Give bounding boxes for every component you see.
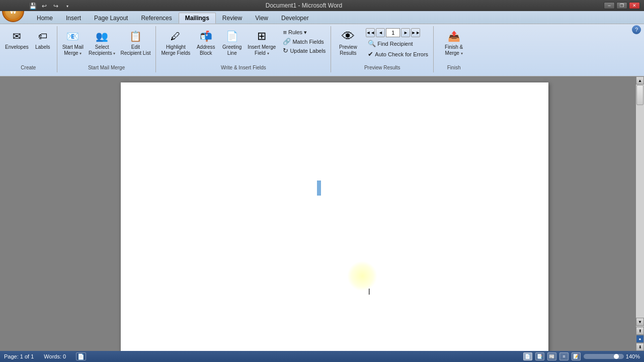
- match-fields-label: Match Fields: [292, 39, 324, 45]
- address-block-button[interactable]: 📬 AddressBlock: [193, 27, 218, 57]
- scroll-thumb[interactable]: [636, 85, 643, 105]
- zoom-controls: 140%: [584, 353, 640, 359]
- quick-access-dropdown[interactable]: ▾: [62, 1, 72, 11]
- language-indicator[interactable]: 📄: [76, 352, 86, 360]
- ribbon-content: ✉ Envelopes 🏷 Labels Create 📧 Start Mail…: [0, 24, 644, 74]
- select-recipients-icon: 👥: [94, 28, 110, 44]
- select-recipients-button[interactable]: 👥 SelectRecipients ▾: [87, 27, 117, 57]
- preview-icon: 👁: [340, 28, 356, 44]
- tab-references[interactable]: References: [134, 13, 178, 24]
- find-recipient-icon: 🔍: [368, 40, 376, 47]
- nav-last-button[interactable]: ►►: [411, 28, 420, 37]
- tab-home[interactable]: Home: [30, 13, 59, 24]
- highlight-icon: 🖊: [168, 28, 184, 44]
- labels-label: Labels: [35, 44, 50, 50]
- web-layout-view-button[interactable]: 📰: [547, 352, 556, 360]
- zoom-slider[interactable]: [584, 354, 624, 359]
- main-area: I ▲ ▼ ⬆ ● ⬇: [0, 76, 644, 351]
- finish-label: Finish: [434, 65, 474, 70]
- next-page-button[interactable]: ⬇: [636, 343, 644, 351]
- greeting-line-button[interactable]: 📄 GreetingLine: [219, 27, 245, 57]
- mouse-cursor: I: [368, 288, 370, 297]
- tab-insert[interactable]: Insert: [59, 13, 88, 24]
- left-margin: [0, 76, 33, 351]
- draft-view-button[interactable]: 📝: [572, 352, 581, 360]
- find-recipient-button[interactable]: 🔍 Find Recipient: [366, 39, 430, 48]
- highlight-label: HighlightMerge Fields: [161, 44, 190, 56]
- vertical-scrollbar[interactable]: ▲ ▼ ⬆ ● ⬇: [636, 76, 644, 351]
- scroll-down-button[interactable]: ▼: [636, 318, 644, 326]
- highlight-merge-fields-button[interactable]: 🖊 HighlightMerge Fields: [159, 27, 192, 57]
- preview-label: PreviewResults: [339, 44, 357, 56]
- save-btn[interactable]: 💾: [28, 1, 38, 11]
- redo-btn[interactable]: ↪: [51, 1, 61, 11]
- finish-merge-button[interactable]: 📤 Finish &Merge ▾: [439, 27, 469, 57]
- minimize-btn[interactable]: –: [604, 2, 615, 9]
- help-button[interactable]: ?: [632, 25, 641, 34]
- greeting-line-label: GreetingLine: [222, 44, 242, 56]
- status-right: 📄 📑 📰 ≡ 📝 140%: [523, 352, 640, 360]
- print-layout-view-button[interactable]: 📄: [523, 352, 532, 360]
- update-labels-icon: ↻: [283, 47, 288, 54]
- nav-next-button[interactable]: ►: [401, 28, 410, 37]
- scroll-track[interactable]: [636, 84, 644, 318]
- rules-button[interactable]: ≡ Rules ▾: [281, 28, 328, 37]
- insert-field-label: Insert MergeField ▾: [248, 44, 276, 56]
- tab-review[interactable]: Review: [216, 13, 249, 24]
- start-mail-merge-button[interactable]: 📧 Start MailMerge ▾: [60, 27, 86, 57]
- preview-results-label: Preview Results: [331, 65, 433, 70]
- quick-access-toolbar: 💾 ↩ ↪ ▾: [28, 1, 72, 11]
- mouse-hover-glow: [347, 261, 377, 291]
- start-mail-merge-label: Start Mail Merge: [57, 65, 156, 70]
- create-group-label: Create: [0, 65, 57, 70]
- zoom-level: 140%: [626, 353, 640, 359]
- nav-prev-button[interactable]: ◄: [376, 28, 385, 37]
- rules-icon: ≡: [283, 29, 287, 36]
- document-page[interactable]: I: [121, 82, 548, 351]
- start-merge-label: Start MailMerge ▾: [62, 44, 84, 56]
- insert-merge-field-button[interactable]: ⊞ Insert MergeField ▾: [246, 27, 278, 57]
- update-labels-button[interactable]: ↻ Update Labels: [281, 46, 328, 55]
- nav-first-button[interactable]: ◄◄: [366, 28, 375, 37]
- start-merge-icon: 📧: [65, 28, 81, 44]
- undo-btn[interactable]: ↩: [39, 1, 49, 11]
- word-count: Words: 0: [44, 353, 66, 359]
- restore-btn[interactable]: ❐: [616, 2, 627, 9]
- edit-recipient-list-button[interactable]: 📋 EditRecipient List: [118, 27, 152, 57]
- preview-right: ◄◄ ◄ ► ►► 🔍 Find Recipient ✔ Auto Ch: [366, 27, 430, 67]
- text-cursor: [317, 180, 321, 196]
- group-start-mail-merge: 📧 Start MailMerge ▾ 👥 SelectRecipients ▾…: [57, 26, 156, 72]
- outline-view-button[interactable]: ≡: [559, 352, 569, 360]
- tab-developer[interactable]: Developer: [275, 13, 315, 24]
- finish-label: Finish &Merge ▾: [445, 44, 463, 56]
- edit-list-label: EditRecipient List: [120, 44, 150, 56]
- greeting-line-icon: 📄: [224, 28, 240, 44]
- tab-page-layout[interactable]: Page Layout: [88, 13, 134, 24]
- envelopes-button[interactable]: ✉ Envelopes: [3, 27, 31, 51]
- nav-page-input[interactable]: [386, 28, 400, 37]
- auto-check-label: Auto Check for Errors: [375, 51, 428, 57]
- scroll-up-button[interactable]: ▲: [636, 76, 644, 84]
- full-screen-view-button[interactable]: 📑: [535, 352, 544, 360]
- auto-check-icon: ✔: [368, 50, 373, 58]
- update-labels-label: Update Labels: [290, 48, 326, 54]
- auto-check-button[interactable]: ✔ Auto Check for Errors: [366, 50, 430, 58]
- window-controls: – ❐ ✕: [604, 2, 640, 9]
- tab-view[interactable]: View: [249, 13, 275, 24]
- labels-button[interactable]: 🏷 Labels: [32, 27, 54, 51]
- preview-results-button[interactable]: 👁 PreviewResults: [334, 27, 362, 57]
- group-write-insert: 🖊 HighlightMerge Fields 📬 AddressBlock 📄…: [156, 26, 331, 72]
- rules-label: Rules ▾: [288, 29, 307, 36]
- match-fields-icon: 🔗: [283, 38, 291, 45]
- title-bar: 💾 ↩ ↪ ▾ Document1 - Microsoft Word – ❐ ✕: [0, 0, 644, 11]
- close-btn[interactable]: ✕: [629, 2, 640, 9]
- select-browse-button[interactable]: ●: [636, 335, 644, 343]
- document-area[interactable]: I: [33, 76, 636, 351]
- zoom-thumb[interactable]: [614, 354, 619, 359]
- tab-mailings[interactable]: Mailings: [179, 13, 216, 24]
- envelopes-label: Envelopes: [5, 44, 29, 50]
- match-fields-button[interactable]: 🔗 Match Fields: [281, 37, 328, 46]
- ribbon-tabs: Home Insert Page Layout References Maili…: [0, 11, 644, 24]
- title-text: Document1 - Microsoft Word: [4, 2, 604, 9]
- prev-page-button[interactable]: ⬆: [636, 327, 644, 335]
